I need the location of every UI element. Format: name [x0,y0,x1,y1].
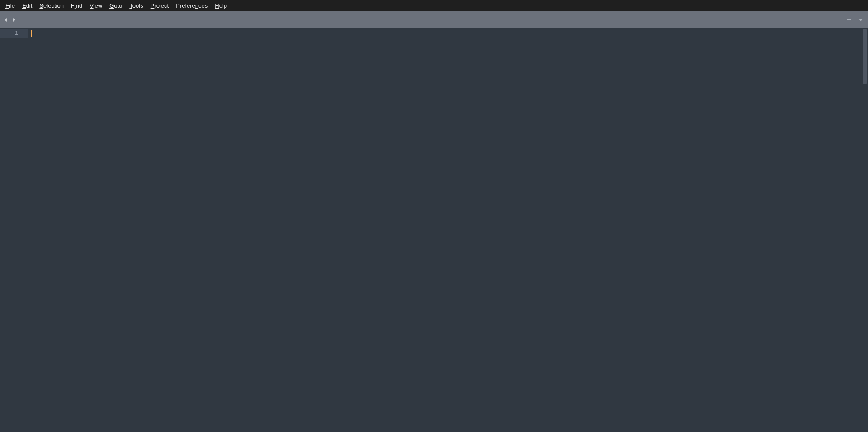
menu-preferences[interactable]: Preferences [172,1,211,10]
menu-help[interactable]: Help [211,1,231,10]
menu-find[interactable]: Find [67,1,86,10]
menubar: File Edit Selection Find View Goto Tools… [0,0,868,11]
menu-edit[interactable]: Edit [19,1,36,10]
editor-area: 1 [0,28,868,432]
vertical-scrollbar[interactable] [862,28,868,432]
history-back-icon[interactable] [3,17,9,23]
new-tab-icon[interactable] [845,16,853,23]
tab-dropdown-icon[interactable] [857,16,864,23]
code-area[interactable] [28,28,862,432]
history-forward-icon[interactable] [11,17,17,23]
menu-selection[interactable]: Selection [36,1,67,10]
line-number-gutter: 1 [0,28,28,432]
menu-goto[interactable]: Goto [106,1,126,10]
code-line[interactable] [28,29,862,38]
tab-bar [0,11,868,28]
scrollbar-thumb[interactable] [863,29,867,84]
text-cursor [31,30,32,37]
menu-tools[interactable]: Tools [126,1,146,10]
line-number: 1 [0,29,28,38]
menu-view[interactable]: View [86,1,106,10]
menu-file[interactable]: File [2,1,19,10]
menu-project[interactable]: Project [147,1,172,10]
